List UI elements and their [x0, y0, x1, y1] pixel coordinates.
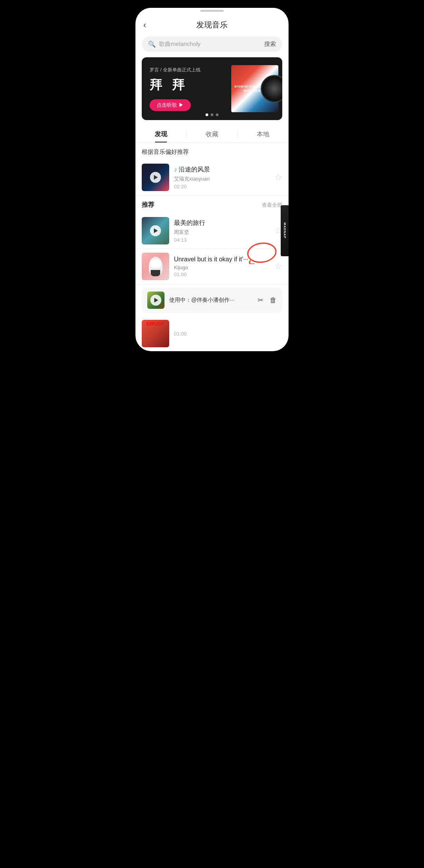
song-name-2: 最美的旅行: [174, 219, 270, 227]
search-icon: 🔍: [148, 40, 156, 48]
play-button-2[interactable]: [150, 225, 161, 236]
banner-play-button[interactable]: 点击听歌 ▶: [150, 99, 191, 111]
song-artist-3: Kijugo: [174, 264, 270, 270]
cut-button[interactable]: ✂: [258, 296, 263, 305]
dot-1: [206, 113, 208, 116]
search-bar[interactable]: 🔍 歌曲melancholy 搜索: [142, 36, 282, 52]
np-thumb: [147, 292, 164, 309]
song-duration-3: 01:00: [174, 272, 270, 277]
bottom-song: EXPLICIT 01:00: [135, 316, 289, 351]
search-input[interactable]: 歌曲melancholy: [159, 40, 264, 48]
song-thumb-1: [142, 164, 169, 191]
np-play-icon: [154, 298, 158, 303]
delete-button[interactable]: 🗑: [270, 296, 277, 305]
recommend-section-title: 根据音乐偏好推荐: [135, 143, 289, 160]
tab-discover[interactable]: 发现: [135, 126, 186, 142]
song-info-3: Unravel but is it okay if it'··· Kijugo …: [174, 256, 270, 277]
now-playing-bar[interactable]: 使用中：@伴奏小潘创作··· ✂ 🗑: [142, 288, 282, 313]
song-item-1[interactable]: ♪ 沿途的风景 艾瑞克xiaoyuan 02:20 ☆: [135, 160, 289, 195]
np-info: 使用中：@伴奏小潘创作···: [169, 297, 253, 304]
music-note-icon: ♪: [174, 166, 177, 173]
bottom-duration: 01:00: [174, 331, 187, 337]
tuijian-title: 推荐: [142, 201, 154, 209]
np-actions: ✂ 🗑: [258, 296, 277, 305]
song-item-2[interactable]: 最美的旅行 周富坚 04:13 ☆ MADNAP: [135, 213, 289, 249]
play-icon-1: [154, 175, 158, 180]
tuijian-section-header: 推荐 查看全部: [135, 195, 289, 213]
star-button-3[interactable]: ☆: [274, 261, 282, 272]
dot-2: [211, 113, 214, 116]
bottom-thumb: EXPLICIT: [142, 320, 169, 347]
page-title: 发现音乐: [196, 20, 228, 30]
banner-title: 拜 拜: [150, 77, 223, 94]
header: ‹ 发现音乐: [135, 13, 289, 35]
back-button[interactable]: ‹: [143, 20, 146, 30]
np-play-button[interactable]: [150, 295, 161, 306]
star-button-1[interactable]: ☆: [274, 172, 282, 182]
banner[interactable]: 罗言 / 全新单曲正式上线 拜 拜 点击听歌 ▶ BYEBYE! FULLFLA…: [142, 57, 282, 120]
song-artist-1: 艾瑞克xiaoyuan: [174, 175, 270, 182]
song-info-1: ♪ 沿途的风景 艾瑞克xiaoyuan 02:20: [174, 166, 270, 190]
song-thumb-3: [142, 253, 169, 280]
dot-3: [216, 113, 219, 116]
banner-dots: [206, 113, 219, 116]
song-thumb-2: [142, 217, 169, 244]
status-pill: [200, 10, 224, 12]
phone-frame: ‹ 发现音乐 🔍 歌曲melancholy 搜索 罗言 / 全新单曲正式上线 拜…: [135, 8, 289, 351]
play-icon-2: [154, 228, 158, 233]
song-name-1: ♪ 沿途的风景: [174, 166, 270, 174]
banner-left: 罗言 / 全新单曲正式上线 拜 拜 点击听歌 ▶: [142, 60, 231, 117]
status-bar: [135, 8, 289, 13]
song-artist-2: 周富坚: [174, 229, 270, 236]
song-item-3[interactable]: Unravel but is it okay if it'··· Kijugo …: [135, 249, 289, 284]
play-button-1[interactable]: [150, 172, 161, 183]
tab-collect[interactable]: 收藏: [186, 126, 237, 142]
tabs: 发现 收藏 本地: [135, 126, 289, 143]
song-name-3: Unravel but is it okay if it'···: [174, 256, 270, 263]
song-duration-2: 04:13: [174, 237, 270, 243]
song-duration-1: 02:20: [174, 184, 270, 190]
search-button[interactable]: 搜索: [264, 40, 276, 48]
tab-local[interactable]: 本地: [238, 126, 289, 142]
banner-subtitle: 罗言 / 全新单曲正式上线: [150, 67, 223, 73]
see-all-button[interactable]: 查看全部: [262, 202, 282, 209]
banner-right: BYEBYE! FULLFLASH BYE BYE BYE BYE!: [231, 57, 282, 120]
song-info-2: 最美的旅行 周富坚 04:13: [174, 219, 270, 243]
